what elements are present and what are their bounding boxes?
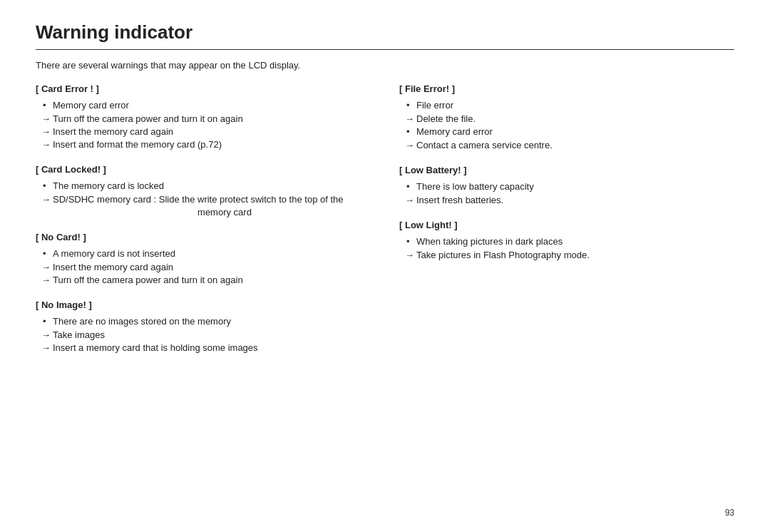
file-error-list: File error	[399, 100, 734, 111]
section-file-error: [ File Error! ] File error Delete the fi…	[399, 83, 734, 150]
no-card-list: A memory card is not inserted	[36, 248, 371, 259]
card-error-arrow-2: Insert the memory card again	[36, 126, 371, 137]
card-error-item-1: Memory card error	[43, 100, 371, 111]
card-error-arrow-3: Insert and format the memory card (p.72)	[36, 139, 371, 150]
page-number: 93	[725, 508, 734, 518]
card-error-arrow-1: Turn off the camera power and turn it on…	[36, 113, 371, 124]
content-columns: [ Card Error ! ] Memory card error Turn …	[36, 83, 734, 367]
no-card-arrow-2: Turn off the camera power and turn it on…	[36, 275, 371, 285]
section-no-card: [ No Card! ] A memory card is not insert…	[36, 232, 371, 285]
no-card-arrow-1: Insert the memory card again	[36, 262, 371, 272]
no-image-item-1: There are no images stored on the memory	[43, 316, 371, 327]
card-locked-item-1: The memory card is locked	[43, 180, 371, 191]
section-no-image: [ No Image! ] There are no images stored…	[36, 300, 371, 353]
card-locked-header: [ Card Locked! ]	[36, 164, 371, 175]
file-error-arrow-1: Delete the file.	[399, 113, 734, 124]
no-image-header: [ No Image! ]	[36, 300, 371, 310]
file-error-arrow-2: Contact a camera service centre.	[399, 140, 734, 150]
intro-text: There are several warnings that may appe…	[36, 60, 734, 71]
title-divider	[36, 49, 734, 50]
file-error-item-1: File error	[406, 100, 734, 111]
file-error-header: [ File Error! ]	[399, 83, 734, 94]
file-error-item-2: Memory card error	[406, 126, 734, 137]
low-light-list: When taking pictures in dark places	[399, 236, 734, 247]
no-card-item-1: A memory card is not inserted	[43, 248, 371, 259]
no-image-arrow-2: Insert a memory card that is holding som…	[36, 342, 371, 353]
page-title: Warning indicator	[36, 21, 734, 44]
no-image-arrow-1: Take images	[36, 329, 371, 340]
left-column: [ Card Error ! ] Memory card error Turn …	[36, 83, 371, 367]
low-battery-header: [ Low Battery! ]	[399, 165, 734, 175]
section-low-battery: [ Low Battery! ] There is low battery ca…	[399, 165, 734, 205]
section-card-error: [ Card Error ! ] Memory card error Turn …	[36, 83, 371, 150]
no-image-list: There are no images stored on the memory	[36, 316, 371, 327]
card-locked-list: The memory card is locked	[36, 180, 371, 191]
section-card-locked: [ Card Locked! ] The memory card is lock…	[36, 164, 371, 218]
card-error-list: Memory card error	[36, 100, 371, 111]
card-locked-continuation: memory card	[36, 207, 371, 218]
file-error-list-2: Memory card error	[399, 126, 734, 137]
card-error-header: [ Card Error ! ]	[36, 83, 371, 94]
card-locked-arrow-1: SD/SDHC memory card : Slide the write pr…	[36, 194, 371, 205]
section-low-light: [ Low Light! ] When taking pictures in d…	[399, 220, 734, 260]
right-column: [ File Error! ] File error Delete the fi…	[399, 83, 734, 367]
low-battery-arrow-1: Insert fresh batteries.	[399, 195, 734, 205]
low-light-arrow-1: Take pictures in Flash Photography mode.	[399, 250, 734, 260]
low-battery-list: There is low battery capacity	[399, 181, 734, 192]
low-light-item-1: When taking pictures in dark places	[406, 236, 734, 247]
no-card-header: [ No Card! ]	[36, 232, 371, 242]
low-light-header: [ Low Light! ]	[399, 220, 734, 230]
low-battery-item-1: There is low battery capacity	[406, 181, 734, 192]
